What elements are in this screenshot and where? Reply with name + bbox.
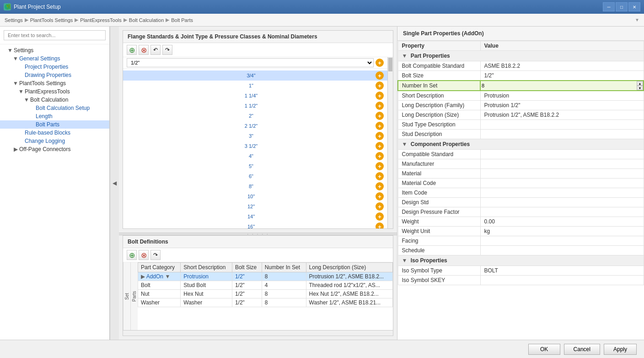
sidebar-collapse-button[interactable]: ◀ — [110, 27, 119, 340]
prop-name-stud-type: Stud Type Description — [398, 120, 480, 130]
flange-add-half[interactable]: + — [376, 71, 384, 80]
number-in-set-spinner[interactable]: ▲ ▼ — [637, 81, 643, 90]
flange-add-3[interactable]: + — [376, 132, 384, 140]
flange-add-112[interactable]: + — [376, 102, 384, 110]
spinner-up-button[interactable]: ▲ — [637, 81, 643, 86]
breadcrumb-bolt-calc[interactable]: Bolt Calculation — [129, 17, 164, 23]
parts-label: Parts — [130, 262, 138, 330]
sidebar-item-change-logging[interactable]: ▶ Change Logging — [0, 137, 109, 145]
flange-remove-button[interactable]: ⊗ — [139, 45, 149, 55]
table-row[interactable]: Washer Washer 1/2" 8 Washer 1/2", ASME B… — [138, 298, 393, 307]
flange-add-2[interactable]: + — [376, 112, 384, 120]
comp-props-toggle-icon[interactable]: ▼ — [402, 141, 408, 147]
flange-item-5[interactable]: 5"+ — [123, 161, 387, 171]
flange-item-10[interactable]: 10"+ — [123, 191, 387, 201]
cell-bolt-size-addon: 1/2" — [232, 272, 262, 281]
sidebar-item-settings[interactable]: ▼ Settings — [0, 46, 109, 54]
flange-add-10[interactable]: + — [376, 192, 384, 201]
cell-bolt-size-bolt: 1/2" — [232, 281, 262, 290]
sidebar-item-project-properties[interactable]: ▶ Project Properties — [0, 63, 109, 71]
sidebar-item-rule-based-blocks[interactable]: ▶ Rule-based Blocks — [0, 129, 109, 137]
flange-add-14[interactable]: + — [376, 212, 384, 221]
cancel-button[interactable]: Cancel — [564, 344, 600, 355]
flange-redo-button[interactable]: ↷ — [162, 45, 172, 55]
apply-button[interactable]: Apply — [604, 344, 637, 355]
flange-item-3[interactable]: 3"+ — [123, 131, 387, 141]
flange-item-4[interactable]: 4"+ — [123, 151, 387, 161]
ok-button[interactable]: OK — [528, 344, 560, 355]
bolt-redo-button[interactable]: ↷ — [150, 250, 161, 260]
minimize-button[interactable]: ─ — [603, 2, 615, 11]
flange-add-312[interactable]: + — [376, 142, 384, 150]
search-box — [0, 27, 109, 44]
col-header-short-desc: Short Description — [181, 263, 232, 272]
sidebar-item-bolt-calculation[interactable]: ▼ Bolt Calculation — [0, 96, 109, 104]
flange-item-114[interactable]: 1 1/4"+ — [123, 91, 387, 101]
sidebar: ▼ Settings ▼ General Settings ▶ Project … — [0, 27, 110, 340]
breadcrumb-expand-icon[interactable]: ▼ — [635, 17, 639, 22]
flange-item-212[interactable]: 2 1/2"+ — [123, 121, 387, 131]
flange-item-8[interactable]: 8"+ — [123, 181, 387, 191]
flange-scrollbar[interactable] — [387, 57, 393, 228]
bolt-add-button[interactable]: ⊕ — [127, 250, 137, 260]
sidebar-item-bolt-parts[interactable]: ▶ Bolt Parts — [0, 120, 109, 129]
breadcrumb-plantexpress[interactable]: PlantExpressTools — [80, 17, 122, 23]
spinner-down-button[interactable]: ▼ — [637, 86, 643, 90]
close-button[interactable]: ✕ — [628, 2, 640, 11]
prop-name-iso-symbol-skey: Iso Symbol SKEY — [398, 276, 480, 285]
table-row[interactable]: ▶ AddOn ▼ Protrusion 1/2" 8 Protrusion 1… — [138, 272, 393, 281]
flange-add-4[interactable]: + — [376, 152, 384, 160]
iso-props-toggle-icon[interactable]: ▼ — [402, 257, 408, 264]
flange-item-half[interactable]: 3/4"+ — [123, 71, 387, 81]
number-in-set-input-cell[interactable]: ▲ ▼ — [481, 81, 643, 90]
table-row[interactable]: Nut Hex Nut 1/2" 8 Hex Nut 1/2", ASME B1… — [138, 290, 393, 298]
flange-add-8[interactable]: + — [376, 182, 384, 190]
flange-item-312[interactable]: 3 1/2"+ — [123, 141, 387, 151]
prop-value-number-in-set[interactable]: ▲ ▼ — [480, 81, 644, 91]
prop-row-bolt-size: Bolt Size 1/2" — [398, 71, 644, 81]
settings-label: Settings — [14, 47, 33, 54]
table-row[interactable]: Bolt Stud Bolt 1/2" 4 Threaded rod 1/2"x… — [138, 281, 393, 290]
flange-dropdown-row: 1/2" + — [123, 57, 387, 69]
sidebar-item-bolt-calculation-setup[interactable]: ▶ Bolt Calculation Setup — [0, 104, 109, 112]
flange-add-1[interactable]: + — [376, 81, 384, 90]
number-in-set-input[interactable] — [481, 83, 637, 88]
search-input[interactable] — [4, 30, 106, 40]
flange-plus-button[interactable]: + — [376, 59, 384, 67]
sidebar-item-planttools-settings[interactable]: ▼ PlantTools Settings — [0, 79, 109, 87]
flange-item-2[interactable]: 2"+ — [123, 111, 387, 121]
expand-icon[interactable]: ▶ — [141, 273, 145, 280]
sidebar-item-length[interactable]: ▶ Length — [0, 112, 109, 120]
breadcrumb-planttools[interactable]: PlantTools Settings — [30, 17, 73, 23]
sidebar-item-off-page-connectors[interactable]: ▶ Off-Page Connectors — [0, 145, 109, 153]
flange-add-button[interactable]: ⊕ — [127, 45, 137, 55]
flange-item-1[interactable]: 1"+ — [123, 81, 387, 91]
flange-item-16[interactable]: 16"+ — [123, 222, 387, 228]
bolt-remove-button[interactable]: ⊗ — [139, 250, 149, 260]
maximize-button[interactable]: □ — [616, 2, 628, 11]
flange-item-112[interactable]: 1 1/2"+ — [123, 101, 387, 111]
bolt-table-hscrollbar[interactable] — [123, 330, 393, 336]
flange-item-12[interactable]: 12"+ — [123, 201, 387, 212]
breadcrumb-bolt-parts[interactable]: Bolt Parts — [171, 17, 193, 23]
flange-undo-button[interactable]: ↶ — [150, 45, 161, 55]
sidebar-item-general-settings[interactable]: ▼ General Settings — [0, 54, 109, 63]
flange-size-dropdown[interactable]: 1/2" — [127, 58, 374, 67]
flange-add-12[interactable]: + — [376, 202, 384, 211]
flange-item-6[interactable]: 6"+ — [123, 171, 387, 181]
section-part-properties: ▼ Part Properties — [398, 51, 644, 61]
sidebar-item-plantexpresstools[interactable]: ▼ PlantExpressTools — [0, 87, 109, 96]
flange-add-5[interactable]: + — [376, 162, 384, 170]
bolt-def-section: Bolt Definitions ⊕ ⊗ ↷ Set Parts Part Ca… — [123, 235, 393, 336]
flange-add-114[interactable]: + — [376, 92, 384, 100]
length-label: Length — [36, 113, 53, 119]
flange-add-16[interactable]: + — [376, 222, 384, 228]
flange-item-14[interactable]: 14"+ — [123, 212, 387, 222]
part-props-toggle-icon[interactable]: ▼ — [402, 53, 408, 59]
col-header-long-desc: Long Description (Size) — [306, 263, 392, 272]
breadcrumb-settings[interactable]: Settings — [5, 17, 23, 23]
flange-add-212[interactable]: + — [376, 122, 384, 130]
addon-dropdown-icon[interactable]: ▼ — [165, 273, 170, 280]
sidebar-item-drawing-properties[interactable]: ▶ Drawing Properties — [0, 71, 109, 79]
flange-add-6[interactable]: + — [376, 172, 384, 180]
